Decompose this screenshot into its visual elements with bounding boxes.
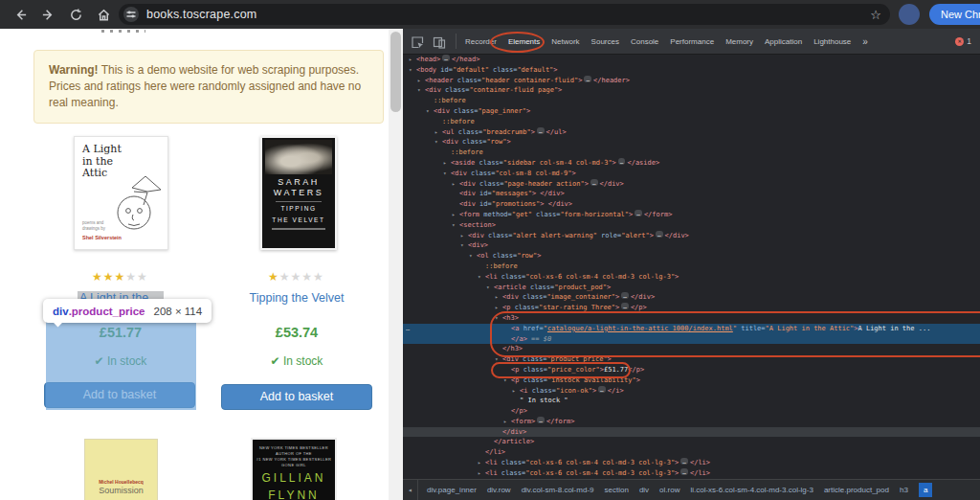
expand-arrow-icon[interactable]: ▸ [495,303,502,313]
crumb-div[interactable]: div [639,486,649,494]
expand-arrow-icon[interactable]: ▾ [409,65,416,76]
tab-memory[interactable]: Memory [725,37,753,46]
more-tabs-icon[interactable]: » [862,36,868,47]
tree-line[interactable]: ▾<h3> [403,313,980,324]
expand-arrow-icon[interactable]: ▾ [495,354,502,365]
tree-line[interactable]: </h3> [403,344,980,354]
tree-line[interactable]: ▸<div class="image_container">…</div> [403,292,980,303]
inspect-element-icon[interactable] [411,34,424,48]
tree-line[interactable]: ▸<header class="header container-fluid">… [403,76,980,86]
crumbs-back-icon[interactable]: ◂ [403,480,418,500]
expand-arrow-icon[interactable]: ▸ [512,386,520,397]
expand-arrow-icon[interactable]: ▸ [452,179,459,190]
tab-recorder[interactable]: Recorder [465,37,497,46]
tree-line[interactable]: ▾<article class="product_pod"> [403,283,980,293]
tree-line[interactable]: <div id="messages"> </div> [403,189,980,199]
tree-line[interactable]: </p> [403,406,980,417]
expand-arrow-icon[interactable]: ▾ [495,313,502,324]
expand-arrow-icon[interactable]: ▸ [443,158,451,169]
bookmark-star-icon[interactable]: ☆ [870,8,881,22]
book-cover-tipping-the-velvet[interactable]: SARAH WATERS TIPPING THE VELVET [260,136,337,250]
tree-line[interactable]: ▾<div class="container-fluid page"> [403,85,980,96]
tree-line[interactable]: ▸<div class="alert alert-warning" role="… [403,231,980,241]
expand-arrow-icon[interactable]: ▸ [503,417,511,427]
product-title-link[interactable]: Tipping the Velvet [220,291,373,305]
tree-line[interactable]: ▾<div> [403,240,980,251]
new-chrome-button[interactable]: New Chrome [929,4,980,25]
tree-line[interactable]: <p class="price_color">£51.77</p> [403,365,980,375]
tree-line[interactable]: " In stock " [403,396,980,406]
tree-line[interactable]: ▸<aside class="sidebar col-sm-4 col-md-3… [403,158,980,169]
expand-arrow-icon[interactable]: ▾ [469,251,477,261]
tree-line[interactable]: ▾<body id="default" class="default"> [403,65,980,76]
book-cover-sharp-objects[interactable]: NEW YORK TIMES BESTSELLER AUTHOR OF THE … [251,438,337,500]
crumb-div[interactable]: div.col-sm-8.col-md-9 [522,486,594,494]
crumb-div[interactable]: div.row [487,486,511,494]
home-button[interactable] [97,8,111,22]
crumb-li[interactable]: li.col-xs-6.col-sm-4.col-md-3.col-lg-3 [690,486,813,494]
tab-sources[interactable]: Sources [591,37,619,46]
add-to-basket-button[interactable]: Add to basket [221,384,372,410]
expand-arrow-icon[interactable]: ▾ [478,272,485,283]
tab-application[interactable]: Application [765,37,802,46]
expand-arrow-icon[interactable]: ▾ [486,283,494,293]
expand-arrow-icon[interactable]: ▾ [503,375,511,386]
tree-line[interactable]: ::before [403,117,980,127]
tree-line[interactable]: ::before [403,261,980,272]
tree-line[interactable]: ▾<section> [403,220,980,231]
crumb-a[interactable]: a [919,483,932,497]
page-scrollbar-thumb[interactable] [390,32,401,112]
expand-arrow-icon[interactable]: ▾ [443,169,451,179]
expand-arrow-icon[interactable]: ▾ [426,106,434,117]
book-cover-soumission[interactable]: Michel Houellebecq Soumission [84,439,158,500]
tree-line[interactable]: </article> [403,437,980,447]
crumb-ol[interactable]: ol.row [659,486,679,494]
crumb-section[interactable]: section [605,486,629,494]
crumb-h3[interactable]: h3 [900,486,908,494]
expand-arrow-icon[interactable]: ▸ [452,210,459,220]
forward-button[interactable] [41,8,56,22]
tree-line[interactable]: ▾<div class="row"> [403,137,980,148]
back-button[interactable] [13,8,28,22]
expand-arrow-icon[interactable]: ▸ [478,458,485,468]
profile-avatar[interactable] [899,4,920,25]
tree-line[interactable]: </li> [403,447,980,458]
tree-line[interactable]: ▸<li class="col-xs-6 col-sm-4 col-md-3 c… [403,458,980,468]
tree-line[interactable]: ▾<div class="page_inner"> [403,106,980,117]
error-badge[interactable]: ✕ 1 [955,36,971,46]
tree-line[interactable]: ▸<head>…</head> [403,55,980,65]
tree-line[interactable]: ▸<form>…</form> [403,417,980,427]
tree-line[interactable]: ::before [403,148,980,158]
tab-performance[interactable]: Performance [670,37,714,46]
tab-elements[interactable]: Elements [508,37,540,46]
tab-lighthouse[interactable]: Lighthouse [813,37,851,46]
tree-line[interactable]: ▾<ol class="row"> [403,251,980,261]
tree-line[interactable]: ▾<p class="instock availability"> [403,375,980,386]
expand-arrow-icon[interactable]: ▸ [409,55,416,65]
expand-arrow-icon[interactable]: ▾ [417,85,425,96]
tree-line[interactable]: <div id="promotions"> </div> [403,199,980,210]
tree-line[interactable]: ::before [403,96,980,106]
device-toolbar-icon[interactable] [433,34,446,48]
tree-line[interactable]: …<a href="catalogue/a-light-in-the-attic… [403,324,980,334]
expand-arrow-icon[interactable]: ▾ [434,137,442,148]
selected-node-dots[interactable]: … [406,324,410,334]
tree-line[interactable]: </a> == $0 [403,334,980,345]
crumb-article[interactable]: article.product_pod [824,486,889,494]
expand-arrow-icon[interactable]: ▸ [434,127,442,138]
tree-line[interactable]: </div> [403,427,980,438]
reload-button[interactable] [69,8,83,22]
tree-line[interactable]: ▸<div class="page-header action">…</div> [403,179,980,190]
tab-network[interactable]: Network [551,37,579,46]
book-cover-a-light-in-the-attic[interactable]: A Light in the Attic poems and drawings … [74,136,168,250]
tree-line[interactable]: ▾<div class="product_price"> [403,354,980,365]
omnibox[interactable]: books.toscrape.com ☆ [119,4,890,25]
page-scrollbar[interactable] [389,29,403,500]
expand-arrow-icon[interactable]: ▸ [495,292,502,303]
expand-arrow-icon[interactable]: ▸ [478,468,485,479]
expand-arrow-icon[interactable]: ▸ [460,231,468,241]
tree-line[interactable]: ▸<form method="get" class="form-horizont… [403,210,980,220]
expand-arrow-icon[interactable]: ▸ [417,76,425,86]
expand-arrow-icon[interactable]: ▾ [452,220,459,231]
tree-line[interactable]: ▾<div class="col-sm-8 col-md-9"> [403,169,980,179]
